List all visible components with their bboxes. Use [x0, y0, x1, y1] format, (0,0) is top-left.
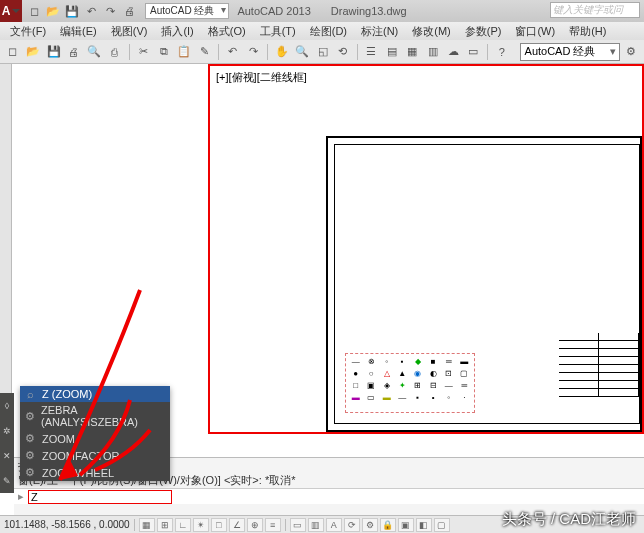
- title-block: [559, 333, 639, 413]
- annotation-scale[interactable]: A: [326, 518, 342, 532]
- qat-open-icon[interactable]: 📂: [45, 3, 61, 19]
- model-toggle[interactable]: ▭: [290, 518, 306, 532]
- menu-edit[interactable]: 编辑(E): [54, 24, 103, 39]
- polar-toggle[interactable]: ✴: [193, 518, 209, 532]
- autocomplete-item[interactable]: ⚙ZOOMFACTOR: [20, 447, 170, 464]
- save-icon[interactable]: 💾: [45, 43, 62, 61]
- palette-close-icon[interactable]: ✕: [2, 451, 12, 461]
- qat-print-icon[interactable]: 🖨: [121, 3, 137, 19]
- workspace-combo[interactable]: AutoCAD 经典: [520, 43, 620, 61]
- command-input[interactable]: [28, 490, 172, 504]
- snap-toggle[interactable]: ▦: [139, 518, 155, 532]
- menu-help[interactable]: 帮助(H): [563, 24, 612, 39]
- pan-icon[interactable]: ✋: [273, 43, 290, 61]
- cmd-icon: ⚙: [24, 466, 36, 479]
- menu-modify[interactable]: 修改(M): [406, 24, 457, 39]
- plot-icon[interactable]: 🖨: [65, 43, 82, 61]
- lock-toggle[interactable]: 🔒: [380, 518, 396, 532]
- annotation-vis-toggle[interactable]: ⟳: [344, 518, 360, 532]
- sheet-set-icon[interactable]: ▥: [424, 43, 441, 61]
- command-prompt-icon: ▸: [14, 490, 28, 503]
- tool-palette-icon[interactable]: ▦: [403, 43, 420, 61]
- quickview-toggle[interactable]: ▥: [308, 518, 324, 532]
- menu-format[interactable]: 格式(O): [202, 24, 252, 39]
- qat-redo-icon[interactable]: ↷: [102, 3, 118, 19]
- cut-icon[interactable]: ✂: [135, 43, 152, 61]
- menu-window[interactable]: 窗口(W): [509, 24, 561, 39]
- app-title: AutoCAD 2013: [237, 5, 310, 17]
- drawing-border: —⊗◦▪◆■═▬ ●○△▲◉◐⊡▢ □▣◈✦⊞⊟—═ ▬▭▬—▪•◦·: [334, 144, 640, 424]
- workspace-dropdown[interactable]: AutoCAD 经典: [145, 3, 229, 19]
- undo-icon[interactable]: ↶: [224, 43, 241, 61]
- design-center-icon[interactable]: ▤: [383, 43, 400, 61]
- app-menu-button[interactable]: A: [0, 0, 22, 22]
- qat-save-icon[interactable]: 💾: [64, 3, 80, 19]
- document-title: Drawing13.dwg: [331, 5, 407, 17]
- status-bar: 101.1488, -58.1566 , 0.0000 ▦ ⊞ ∟ ✴ □ ∠ …: [0, 515, 644, 533]
- qat-undo-icon[interactable]: ↶: [83, 3, 99, 19]
- cmd-icon: ⌕: [24, 388, 36, 400]
- isolate-toggle[interactable]: ◧: [416, 518, 432, 532]
- menu-parametric[interactable]: 参数(P): [459, 24, 508, 39]
- palette-handle[interactable]: ◊ ✲ ✕ ✎: [0, 393, 14, 493]
- hardware-accel-toggle[interactable]: ▣: [398, 518, 414, 532]
- copy-icon[interactable]: ⧉: [155, 43, 172, 61]
- work-area: [+][俯视][二维线框] —⊗◦▪◆■═▬ ●○△▲◉◐⊡▢ □▣◈✦⊞⊟—═…: [0, 64, 644, 439]
- viewport-label[interactable]: [+][俯视][二维线框]: [216, 70, 307, 85]
- cmd-icon: ⚙: [24, 410, 35, 423]
- title-bar: A ◻ 📂 💾 ↶ ↷ 🖨 AutoCAD 经典 AutoCAD 2013 Dr…: [0, 0, 644, 22]
- symbol-legend: —⊗◦▪◆■═▬ ●○△▲◉◐⊡▢ □▣◈✦⊞⊟—═ ▬▭▬—▪•◦·: [345, 353, 475, 413]
- coordinates-readout: 101.1488, -58.1566 , 0.0000: [4, 519, 130, 530]
- grid-toggle[interactable]: ⊞: [157, 518, 173, 532]
- help-icon[interactable]: ?: [493, 43, 510, 61]
- menu-tools[interactable]: 工具(T): [254, 24, 302, 39]
- workspace-switch[interactable]: ⚙: [362, 518, 378, 532]
- standard-toolbar: ◻ 📂 💾 🖨 🔍 ⎙ ✂ ⧉ 📋 ✎ ↶ ↷ ✋ 🔍 ◱ ⟲ ☰ ▤ ▦ ▥ …: [0, 40, 644, 64]
- drawing-paper: —⊗◦▪◆■═▬ ●○△▲◉◐⊡▢ □▣◈✦⊞⊟—═ ▬▭▬—▪•◦·: [326, 136, 642, 432]
- menu-insert[interactable]: 插入(I): [155, 24, 199, 39]
- menu-dimension[interactable]: 标注(N): [355, 24, 404, 39]
- menu-view[interactable]: 视图(V): [105, 24, 154, 39]
- redo-icon[interactable]: ↷: [245, 43, 262, 61]
- palette-gear-icon[interactable]: ✲: [2, 426, 12, 436]
- otrack-toggle[interactable]: ∠: [229, 518, 245, 532]
- drawing-canvas[interactable]: [+][俯视][二维线框] —⊗◦▪◆■═▬ ●○△▲◉◐⊡▢ □▣◈✦⊞⊟—═…: [12, 64, 644, 439]
- autocomplete-item[interactable]: ⌕Z (ZOOM): [20, 386, 170, 402]
- cmd-icon: ⚙: [24, 449, 36, 462]
- osnap-toggle[interactable]: □: [211, 518, 227, 532]
- markup-icon[interactable]: ☁: [444, 43, 461, 61]
- open-icon[interactable]: 📂: [24, 43, 41, 61]
- left-toolbar[interactable]: [0, 64, 12, 439]
- palette-lightbulb-icon[interactable]: ◊: [2, 401, 12, 411]
- publish-icon[interactable]: ⎙: [106, 43, 123, 61]
- zoom-window-icon[interactable]: ◱: [314, 43, 331, 61]
- properties-icon[interactable]: ☰: [363, 43, 380, 61]
- ortho-toggle[interactable]: ∟: [175, 518, 191, 532]
- menu-draw[interactable]: 绘图(D): [304, 24, 353, 39]
- clean-screen-toggle[interactable]: ▢: [434, 518, 450, 532]
- autocomplete-item[interactable]: ⚙ZOOMWHEEL: [20, 464, 170, 481]
- gear-icon[interactable]: ⚙: [623, 43, 640, 61]
- viewport-frame: [+][俯视][二维线框] —⊗◦▪◆■═▬ ●○△▲◉◐⊡▢ □▣◈✦⊞⊟—═…: [208, 64, 644, 434]
- new-icon[interactable]: ◻: [4, 43, 21, 61]
- command-autocomplete: ⌕Z (ZOOM) ⚙ZEBRA (ANALYSISZEBRA) ⚙ZOOM ⚙…: [20, 386, 170, 481]
- help-search-input[interactable]: 键入关键字或问: [550, 2, 640, 18]
- qat-new-icon[interactable]: ◻: [26, 3, 42, 19]
- zoom-prev-icon[interactable]: ⟲: [334, 43, 351, 61]
- zoom-realtime-icon[interactable]: 🔍: [293, 43, 310, 61]
- autocomplete-item[interactable]: ⚙ZEBRA (ANALYSISZEBRA): [20, 402, 170, 430]
- preview-icon[interactable]: 🔍: [86, 43, 103, 61]
- dyn-toggle[interactable]: ⊕: [247, 518, 263, 532]
- calc-icon[interactable]: ▭: [465, 43, 482, 61]
- menu-file[interactable]: 文件(F): [4, 24, 52, 39]
- cmd-icon: ⚙: [24, 432, 36, 445]
- lwt-toggle[interactable]: ≡: [265, 518, 281, 532]
- quick-access-toolbar: ◻ 📂 💾 ↶ ↷ 🖨: [26, 3, 137, 19]
- autocomplete-item[interactable]: ⚙ZOOM: [20, 430, 170, 447]
- menu-bar: 文件(F) 编辑(E) 视图(V) 插入(I) 格式(O) 工具(T) 绘图(D…: [0, 22, 644, 40]
- paste-icon[interactable]: 📋: [175, 43, 192, 61]
- palette-wrench-icon[interactable]: ✎: [2, 476, 12, 486]
- match-icon[interactable]: ✎: [196, 43, 213, 61]
